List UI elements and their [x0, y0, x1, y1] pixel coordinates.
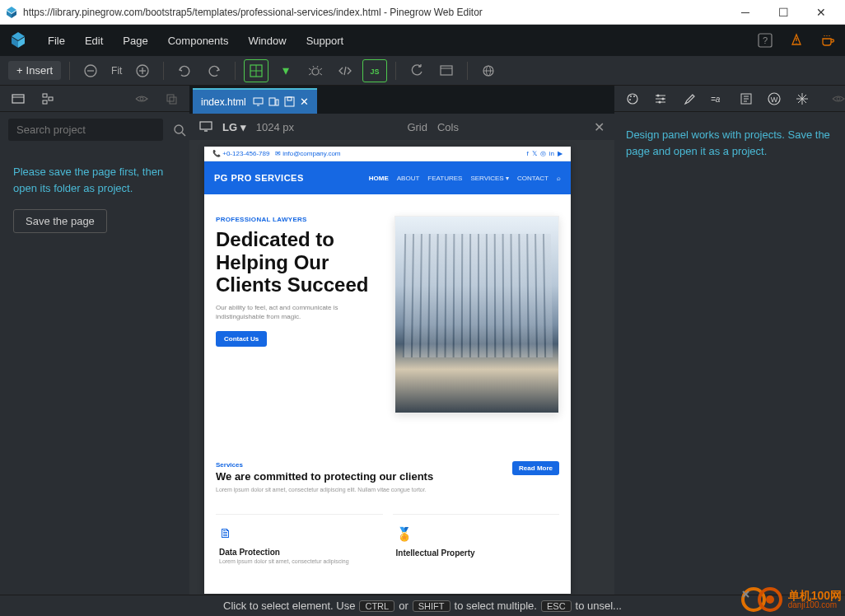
bug-icon[interactable] [303, 59, 328, 82]
divider [395, 62, 396, 80]
svg-rect-45 [200, 122, 212, 129]
nav-search-icon: ⌕ [557, 175, 561, 182]
actions-icon[interactable] [736, 89, 756, 109]
visual-helpers-icon[interactable] [244, 59, 268, 82]
js-icon[interactable]: JS [362, 59, 387, 82]
svg-point-65 [837, 97, 840, 100]
insert-button[interactable]: +Insert [8, 61, 61, 80]
menu-components[interactable]: Components [158, 35, 239, 47]
zoom-in-icon[interactable] [130, 59, 155, 82]
help-icon[interactable]: ? [754, 30, 776, 51]
svg-point-50 [629, 99, 631, 100]
tab-index-html[interactable]: index.html ✕ [193, 88, 317, 114]
undo-icon[interactable] [172, 59, 197, 82]
kbd-esc: ESC [541, 600, 572, 612]
grid-toggle[interactable]: Grid [407, 121, 427, 133]
project-view-icon[interactable] [8, 89, 28, 109]
browser-preview-icon[interactable] [434, 59, 459, 82]
phone-icon: 📞 [212, 150, 221, 157]
maximize-button[interactable]: ☐ [764, 0, 802, 25]
search-icon[interactable] [170, 120, 189, 140]
svg-point-56 [659, 100, 661, 103]
svg-line-38 [182, 133, 185, 136]
attributes-icon[interactable]: =a [707, 89, 728, 109]
globe-icon[interactable] [476, 59, 501, 82]
svg-point-70 [766, 595, 774, 604]
fit-label[interactable]: Fit [111, 65, 122, 77]
svg-point-34 [140, 97, 143, 100]
toolbar: +Insert Fit ▾ JS [0, 56, 845, 86]
redo-icon[interactable] [202, 59, 226, 82]
devices-icon[interactable] [268, 96, 279, 107]
watermark: 单机100网 danji100.com [740, 585, 842, 614]
save-page-button[interactable]: Save the page [13, 209, 107, 233]
minimize-button[interactable]: ─ [726, 0, 764, 25]
coffee-icon[interactable] [817, 30, 838, 51]
services-title: We are committed to protecting our clien… [216, 470, 502, 483]
watermark-logo-icon [740, 585, 785, 614]
kbd-ctrl: CTRL [359, 600, 394, 612]
youtube-icon: ▶ [558, 150, 563, 157]
service-card: 🏅 Intellectual Property [393, 514, 560, 576]
svg-point-37 [175, 125, 183, 133]
service-card: 🗎 Data Protection Lorem ipsum dolor sit … [216, 514, 383, 576]
facebook-icon: f [527, 150, 529, 157]
eye-icon[interactable] [132, 89, 152, 109]
save-tab-icon[interactable] [284, 96, 295, 107]
site-nav: PG PRO SERVICES HOME ABOUT FEATURES SERV… [204, 161, 571, 194]
tab-label: index.html [201, 96, 246, 108]
twitter-icon: 𝕏 [532, 150, 537, 157]
services-eyebrow: Services [216, 461, 502, 469]
svg-line-21 [313, 66, 314, 68]
site-brand: PG PRO SERVICES [214, 173, 304, 183]
search-project-input[interactable] [8, 119, 163, 141]
menubar: File Edit Page Components Window Support… [0, 25, 845, 56]
refresh-icon[interactable] [404, 59, 429, 82]
menu-window[interactable]: Window [238, 35, 296, 47]
svg-line-17 [309, 68, 311, 70]
page-canvas[interactable]: 📞 +0-123-456-789 ✉ info@company.com f 𝕏 … [204, 147, 571, 594]
sliders-icon[interactable] [651, 89, 670, 109]
project-message: Please save the page first, then open it… [0, 147, 189, 206]
kbd-shift: SHIFT [413, 600, 451, 612]
design-panel-message: Design panel works with projects. Save t… [614, 112, 845, 174]
instagram-icon: ◎ [540, 150, 546, 157]
close-tab-icon[interactable]: ✕ [300, 96, 309, 108]
pinegrow-logo-icon [7, 29, 30, 52]
tree-view-icon[interactable] [38, 89, 58, 109]
tools-icon[interactable] [786, 30, 807, 51]
svg-point-55 [662, 97, 665, 100]
svg-rect-43 [285, 97, 294, 106]
eye-icon[interactable] [829, 89, 845, 109]
svg-rect-44 [287, 97, 292, 100]
close-window-button[interactable]: ✕ [802, 0, 840, 25]
menu-support[interactable]: Support [296, 35, 354, 47]
copy-panel-icon[interactable] [161, 89, 181, 109]
status-text: Click to select element. Use [223, 600, 355, 612]
menu-file[interactable]: File [38, 35, 75, 47]
menu-page[interactable]: Page [113, 35, 157, 47]
site-topbar: 📞 +0-123-456-789 ✉ info@company.com f 𝕏 … [204, 147, 571, 161]
design-panel-icon[interactable] [623, 89, 642, 109]
breakpoint-label[interactable]: LG ▾ [222, 121, 246, 133]
statusbar: Click to select element. Use CTRL or SHI… [0, 595, 845, 616]
menu-edit[interactable]: Edit [75, 35, 113, 47]
cols-toggle[interactable]: Cols [437, 121, 459, 133]
interactions-icon[interactable] [792, 89, 812, 109]
wordpress-icon[interactable]: W [764, 89, 784, 109]
brush-icon[interactable] [679, 89, 698, 109]
chevron-down-icon[interactable]: ▾ [273, 59, 298, 82]
zoom-out-icon[interactable] [78, 59, 103, 82]
svg-point-47 [628, 94, 637, 104]
code-icon[interactable] [333, 59, 357, 82]
device-icon[interactable] [199, 121, 212, 133]
desktop-icon[interactable] [253, 96, 264, 107]
divider [69, 62, 70, 80]
svg-text:?: ? [763, 35, 768, 45]
tabs-row: index.html ✕ [189, 86, 614, 114]
site-hero: PROFESSIONAL LAWYERS Dedicated to Helpin… [204, 194, 571, 443]
card-title: Data Protection [219, 548, 380, 557]
email-icon: ✉ [275, 150, 281, 157]
svg-rect-24 [441, 66, 452, 75]
close-canvas-icon[interactable]: ✕ [594, 119, 605, 135]
